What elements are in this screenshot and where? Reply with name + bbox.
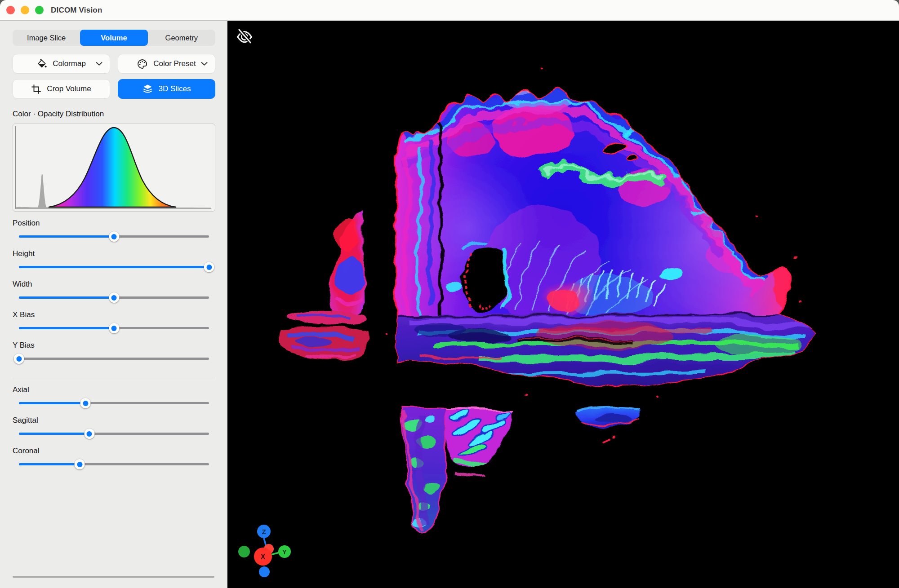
layers-icon <box>142 84 153 94</box>
volume-toolbar: Colormap Color Preset Crop Volume <box>13 54 215 99</box>
strip-slice <box>331 208 365 315</box>
section-divider <box>13 378 215 378</box>
slider-track[interactable] <box>19 358 209 360</box>
slider-thumb[interactable] <box>84 429 94 439</box>
app-window: DICOM Vision Image Slice Volume Geometry… <box>0 0 899 588</box>
coronal-slider[interactable] <box>19 458 209 470</box>
render-viewport[interactable]: Z Y X <box>228 21 899 588</box>
slider-row: Sagittal <box>13 416 215 439</box>
traffic-lights <box>0 6 44 14</box>
width-label: Width <box>13 280 215 289</box>
z-axis-label: Z <box>262 528 266 535</box>
sagittal-label: Sagittal <box>13 416 215 425</box>
width-slider[interactable] <box>19 292 209 303</box>
distribution-title: Color · Opacity Distribution <box>13 110 215 119</box>
opacity-distribution-panel[interactable] <box>13 124 215 212</box>
sidebar: Image Slice Volume Geometry Colormap Col… <box>0 21 227 588</box>
3d-slices-label: 3D Slices <box>159 84 191 93</box>
minimize-window-button[interactable] <box>21 6 29 14</box>
y-axis-line <box>271 553 279 555</box>
colormap-button[interactable]: Colormap <box>13 54 110 74</box>
zoom-window-button[interactable] <box>35 6 44 14</box>
slider-row: X Bias <box>13 310 215 334</box>
position-label: Position <box>13 219 215 228</box>
slider-thumb[interactable] <box>204 262 214 272</box>
color-preset-label: Color Preset <box>153 59 196 68</box>
sagittal-slider[interactable] <box>19 428 209 439</box>
coronal-label: Coronal <box>13 447 215 455</box>
sidebar-bottom-divider <box>13 576 214 578</box>
chevron-down-icon <box>201 62 208 66</box>
slider-fill <box>19 433 89 435</box>
position-slider[interactable] <box>19 230 209 242</box>
x-bias-slider[interactable] <box>19 322 209 334</box>
floor-reflection <box>280 311 370 360</box>
slider-thumb[interactable] <box>80 398 91 408</box>
slider-fill <box>19 402 85 404</box>
slider-thumb[interactable] <box>109 292 119 303</box>
slider-row: Width <box>13 280 215 303</box>
close-window-button[interactable] <box>6 6 15 14</box>
crop-volume-button[interactable]: Crop Volume <box>13 79 110 99</box>
chevron-down-icon <box>96 62 102 66</box>
visibility-toggle-eye-off-icon[interactable] <box>235 27 254 46</box>
slider-fill <box>19 266 209 268</box>
palette-icon <box>137 59 147 69</box>
slice-plane-sliders: Axial Sagittal Coronal <box>13 385 215 470</box>
height-label: Height <box>13 249 215 258</box>
slider-fill <box>19 296 114 299</box>
y-axis-label: Y <box>282 548 287 556</box>
slider-row: Axial <box>13 385 215 409</box>
distribution-chart <box>13 124 215 211</box>
volume-render <box>228 21 899 588</box>
brain-lens <box>576 408 643 443</box>
slider-thumb[interactable] <box>14 354 24 364</box>
axial-slider[interactable] <box>19 397 209 409</box>
paint-bucket-icon <box>37 59 47 69</box>
tab-volume[interactable]: Volume <box>80 30 147 46</box>
z-axis-back-handle[interactable] <box>259 566 270 577</box>
crop-volume-label: Crop Volume <box>47 84 91 93</box>
y-bias-slider[interactable] <box>19 353 209 364</box>
y-axis-back-handle[interactable] <box>238 546 250 557</box>
slider-thumb[interactable] <box>109 323 119 333</box>
slider-thumb[interactable] <box>75 459 85 469</box>
window-title: DICOM Vision <box>51 6 102 15</box>
slider-fill <box>19 235 114 238</box>
slider-row: Y Bias <box>13 341 215 364</box>
x-axis-label: X <box>261 553 266 561</box>
slider-fill <box>19 327 114 329</box>
view-mode-tabs: Image Slice Volume Geometry <box>13 30 215 46</box>
colormap-label: Colormap <box>53 59 86 68</box>
slider-thumb[interactable] <box>109 231 119 242</box>
transfer-function-sliders: Position Height Width X Bias <box>13 219 215 364</box>
3d-slices-button[interactable]: 3D Slices <box>118 79 215 99</box>
crop-icon <box>31 84 41 94</box>
color-preset-button[interactable]: Color Preset <box>118 54 215 74</box>
titlebar: DICOM Vision <box>0 0 899 21</box>
slider-row: Height <box>13 249 215 273</box>
x-bias-label: X Bias <box>13 310 215 319</box>
tab-geometry[interactable]: Geometry <box>148 30 215 46</box>
axial-label: Axial <box>13 385 215 394</box>
slider-fill <box>19 463 80 465</box>
tab-image-slice[interactable]: Image Slice <box>13 30 80 46</box>
slider-row: Position <box>13 219 215 242</box>
orientation-gizmo[interactable]: Z Y X <box>231 515 299 583</box>
height-slider[interactable] <box>19 261 209 273</box>
slider-row: Coronal <box>13 447 215 470</box>
y-bias-label: Y Bias <box>13 341 215 350</box>
